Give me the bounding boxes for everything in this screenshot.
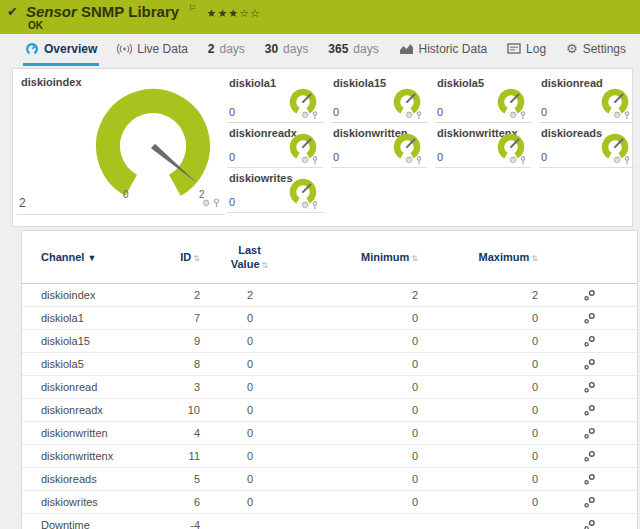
gear-icon[interactable]: ⚙	[613, 111, 621, 120]
small-gauge-cell[interactable]: diskionread 0 ⚙	[539, 73, 635, 123]
edit-channel-wrench-icon[interactable]	[583, 381, 596, 394]
tab-label: Live Data	[137, 42, 188, 56]
gear-icon[interactable]: ⚙	[509, 156, 517, 165]
gear-icon[interactable]: ⚙	[202, 199, 210, 208]
table-body: diskioindex 2 2 2 2 diskiola1 7 0 0 0 di…	[22, 284, 637, 529]
channel-gauge-value: 0	[229, 196, 235, 208]
gear-icon[interactable]: ⚙	[405, 156, 413, 165]
pin-icon[interactable]	[213, 198, 220, 208]
cell-last-value: 0	[202, 358, 297, 370]
tab-historic-data[interactable]: Historic Data	[397, 34, 490, 66]
edit-channel-wrench-icon[interactable]	[583, 312, 596, 325]
small-gauge-cell[interactable]: diskiowrites 0 ⚙	[227, 168, 323, 213]
edit-channel-wrench-icon[interactable]	[583, 289, 596, 302]
tab-2-days[interactable]: 2 days	[206, 34, 247, 66]
gear-icon[interactable]: ⚙	[509, 111, 517, 120]
channel-gauge-name: diskionread	[541, 77, 603, 89]
column-header-maximum[interactable]: Maximum⇅	[422, 251, 542, 263]
live-data-icon	[117, 42, 132, 56]
flag-icon[interactable]: ⚐	[188, 3, 196, 13]
gear-icon[interactable]: ⚙	[405, 111, 413, 120]
pin-icon[interactable]	[624, 156, 630, 165]
tab-number: 365	[328, 42, 348, 56]
tab-overview[interactable]: Overview	[23, 34, 99, 66]
cell-last-value: 0	[202, 427, 297, 439]
cell-maximum: 0	[422, 335, 542, 347]
cell-minimum: 0	[297, 312, 422, 324]
channel-gauge-name: diskiowrites	[229, 172, 293, 184]
table-header-row: Channel▼ ID⇅ Last Value⇅ Minimum⇅ Maximu…	[22, 231, 637, 284]
tab-live-data[interactable]: Live Data	[115, 34, 190, 66]
tab-label: Settings	[583, 42, 626, 56]
table-row: diskioreads 5 0 0 0	[22, 468, 637, 491]
cell-id: 2	[162, 289, 202, 301]
channel-gauge-value: 0	[333, 151, 339, 163]
cell-channel: diskiola15	[22, 335, 162, 347]
tab-label: days	[283, 42, 308, 56]
pin-icon[interactable]	[520, 156, 526, 165]
edit-channel-wrench-icon[interactable]	[583, 335, 596, 348]
gear-icon[interactable]: ⚙	[301, 201, 309, 210]
channel-gauge-name: diskioreads	[541, 127, 602, 139]
main-gauge[interactable]	[93, 86, 213, 206]
column-header-label: Maximum	[479, 251, 530, 263]
tab-bar: Overview Live Data 2 days 30 days 365 da…	[0, 34, 640, 66]
pin-icon[interactable]	[312, 201, 318, 210]
edit-channel-wrench-icon[interactable]	[583, 519, 596, 529]
cell-maximum: 0	[422, 427, 542, 439]
pin-icon[interactable]	[416, 111, 422, 120]
edit-channel-wrench-icon[interactable]	[583, 473, 596, 486]
small-gauge-cell[interactable]: diskiola1 0 ⚙	[227, 73, 323, 123]
cell-maximum: 0	[422, 312, 542, 324]
column-header-label: ID	[180, 251, 191, 263]
priority-stars[interactable]: ★★★☆☆	[207, 7, 261, 19]
gear-icon[interactable]: ⚙	[301, 156, 309, 165]
sort-icon: ⇅	[193, 254, 200, 263]
cell-channel: diskiola1	[22, 312, 162, 324]
page-title: Sensor SNMP Library ⚐ ★★★☆☆	[26, 3, 261, 20]
column-header-minimum[interactable]: Minimum⇅	[297, 251, 422, 263]
edit-channel-wrench-icon[interactable]	[583, 450, 596, 463]
column-header-channel[interactable]: Channel▼	[22, 251, 162, 263]
tab-365-days[interactable]: 365 days	[326, 34, 380, 66]
sensor-name: SNMP Library	[81, 3, 179, 20]
cell-channel: diskioindex	[22, 289, 162, 301]
cell-maximum: 0	[422, 381, 542, 393]
column-header-id[interactable]: ID⇅	[162, 251, 202, 263]
pin-icon[interactable]	[312, 111, 318, 120]
cell-channel: diskionwrittenx	[22, 450, 162, 462]
channel-gauge-value: 0	[437, 151, 443, 163]
gear-icon[interactable]: ⚙	[613, 156, 621, 165]
main-gauge-value: 2	[19, 196, 26, 210]
edit-channel-wrench-icon[interactable]	[583, 496, 596, 509]
gear-icon[interactable]: ⚙	[301, 111, 309, 120]
small-gauge-cell[interactable]: diskionwritten 0 ⚙	[331, 123, 427, 168]
small-gauge-cell[interactable]: diskiola15 0 ⚙	[331, 73, 427, 123]
tab-settings[interactable]: ⚙ Settings	[564, 34, 628, 66]
edit-channel-wrench-icon[interactable]	[583, 427, 596, 440]
small-gauge-cell[interactable]: diskionreadx 0 ⚙	[227, 123, 323, 168]
edit-channel-wrench-icon[interactable]	[583, 404, 596, 417]
column-header-last-value[interactable]: Last Value⇅	[202, 243, 297, 272]
sensor-kind-label: Sensor	[26, 3, 77, 20]
table-row: diskiola15 9 0 0 0	[22, 330, 637, 353]
tab-number: 30	[265, 42, 278, 56]
pin-icon[interactable]	[624, 111, 630, 120]
small-gauge-cell[interactable]: diskioreads 0 ⚙	[539, 123, 635, 168]
cell-last-value: 0	[202, 381, 297, 393]
tab-30-days[interactable]: 30 days	[263, 34, 311, 66]
pin-icon[interactable]	[416, 156, 422, 165]
gauge-scale-min: 0	[123, 189, 129, 200]
status-check-icon: ✔	[7, 4, 18, 19]
cell-channel: diskioreads	[22, 473, 162, 485]
small-gauge-cell[interactable]: diskiola5 0 ⚙	[435, 73, 531, 123]
pin-icon[interactable]	[312, 156, 318, 165]
edit-channel-wrench-icon[interactable]	[583, 358, 596, 371]
tab-log[interactable]: Log	[505, 34, 548, 66]
pin-icon[interactable]	[520, 111, 526, 120]
sensor-overview-page: ✔ Sensor SNMP Library ⚐ ★★★☆☆ OK Overvie…	[0, 0, 640, 529]
tab-label: Historic Data	[419, 42, 488, 56]
cell-minimum: 0	[297, 335, 422, 347]
cell-channel: diskiowrites	[22, 496, 162, 508]
small-gauge-cell[interactable]: diskionwrittenx 0 ⚙	[435, 123, 531, 168]
